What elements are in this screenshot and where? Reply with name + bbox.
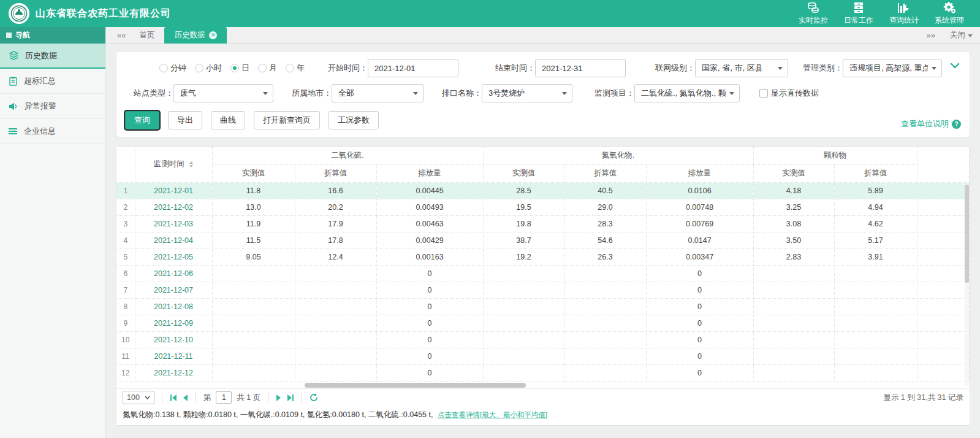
- table-row[interactable]: 42021-12-0411.517.80.0042938.754.60.0147…: [116, 232, 970, 248]
- last-page-button[interactable]: [286, 394, 294, 401]
- help-question-icon: ?: [952, 120, 961, 129]
- table-row[interactable]: 32021-12-0311.917.90.0046319.828.30.0076…: [116, 215, 970, 232]
- detail-link[interactable]: 点击查看详情[最大、最小和平均值]: [438, 411, 547, 418]
- start-time-input[interactable]: [368, 59, 458, 77]
- subcol-header: 折算值: [564, 164, 646, 182]
- vertical-scrollbar-thumb[interactable]: [965, 185, 969, 283]
- cell-date[interactable]: 2021-12-05: [135, 248, 212, 265]
- cell-date[interactable]: 2021-12-07: [135, 282, 212, 298]
- page-number-input[interactable]: [216, 391, 232, 404]
- menu-system-admin[interactable]: 系统管理: [933, 1, 965, 26]
- cell-value: 3.50: [753, 232, 834, 248]
- radio-month[interactable]: 月: [258, 63, 277, 74]
- export-button[interactable]: 导出: [168, 111, 202, 129]
- cell-date[interactable]: 2021-12-06: [135, 265, 212, 282]
- cell-date[interactable]: 2021-12-03: [135, 215, 212, 232]
- table-row[interactable]: 102021-12-1000: [116, 331, 970, 348]
- query-button[interactable]: 查询: [125, 111, 159, 129]
- horizontal-scrollbar-thumb[interactable]: [305, 383, 526, 388]
- cell-date[interactable]: 2021-12-10: [135, 331, 212, 348]
- cell-value: 0: [646, 298, 753, 315]
- end-time-input[interactable]: [535, 59, 626, 77]
- city-select[interactable]: 全部: [332, 84, 424, 102]
- cell-date[interactable]: 2021-12-04: [135, 232, 212, 248]
- curve-button[interactable]: 曲线: [211, 111, 245, 129]
- tabs-scroll-right-icon[interactable]: »»: [923, 31, 939, 40]
- tab-home[interactable]: 首页: [129, 27, 164, 44]
- page-title: 山东省联合农药工业有限公司: [36, 7, 171, 20]
- table-row[interactable]: 112021-12-1100: [116, 348, 970, 364]
- sidebar-item-company-info[interactable]: 企业信息: [0, 119, 105, 144]
- prev-page-button[interactable]: [183, 394, 188, 401]
- cell-empty: [917, 282, 969, 298]
- menu-query-stats[interactable]: 查询统计: [888, 1, 920, 26]
- collapse-filters-chevron-icon[interactable]: [950, 61, 960, 71]
- mgmt-type-select[interactable]: 违规项目, 高架源, 重点排污: [843, 59, 942, 77]
- table-row[interactable]: 72021-12-0700: [116, 282, 970, 298]
- col-time-header[interactable]: 监测时间: [135, 147, 212, 182]
- open-new-query-button[interactable]: 打开新查询页: [254, 111, 320, 129]
- radio-icon: [286, 64, 294, 72]
- sidebar-item-label: 异常报警: [25, 101, 56, 112]
- sidebar-item-exceed-summary[interactable]: 超标汇总: [0, 69, 105, 94]
- cell-date[interactable]: 2021-12-08: [135, 298, 212, 315]
- sidebar-item-history-data[interactable]: 历史数据: [0, 44, 105, 69]
- select-caret-icon: [413, 92, 418, 95]
- tab-bar: «« 首页 历史数据 ✕ »» 关闭: [106, 27, 980, 44]
- radio-day[interactable]: 日: [230, 63, 249, 74]
- cell-date[interactable]: 2021-12-12: [135, 364, 212, 381]
- radio-hour[interactable]: 小时: [195, 63, 222, 74]
- cell-value: [212, 265, 295, 282]
- app-header: 山东省联合农药工业有限公司 实时监控 日常工作: [0, 0, 980, 27]
- tab-close-icon[interactable]: ✕: [209, 31, 217, 39]
- content-area: 分钟 小时 日 月 年 开始时间： 结束时间： 联网级别： 国家, 省, 市, …: [106, 44, 980, 438]
- page-size-select[interactable]: 100: [123, 391, 154, 404]
- cell-value: 0.00493: [376, 199, 483, 215]
- cell-value: 0: [376, 331, 483, 348]
- sidebar-item-label: 企业信息: [24, 126, 56, 137]
- tabs-scroll-left-icon[interactable]: ««: [113, 31, 129, 40]
- radio-year[interactable]: 年: [286, 63, 305, 74]
- table-row[interactable]: 92021-12-0900: [116, 315, 970, 331]
- next-page-button[interactable]: [276, 394, 281, 401]
- menu-daily-work[interactable]: 日常工作: [843, 1, 875, 26]
- cell-date[interactable]: 2021-12-09: [135, 315, 212, 331]
- cell-value: [564, 364, 646, 381]
- menu-label: 系统管理: [935, 15, 964, 26]
- tabs-close-menu[interactable]: 关闭: [950, 30, 973, 40]
- row-index: 12: [116, 364, 135, 381]
- filter-row-1: 分钟 小时 日 月 年 开始时间： 结束时间： 联网级别： 国家, 省, 市, …: [125, 59, 961, 77]
- cell-date[interactable]: 2021-12-11: [135, 348, 212, 364]
- network-level-select[interactable]: 国家, 省, 市, 区县: [695, 59, 788, 77]
- condition-params-button[interactable]: 工况参数: [329, 111, 379, 129]
- first-page-button[interactable]: [170, 394, 178, 401]
- cell-value: 38.7: [483, 232, 564, 248]
- cell-date[interactable]: 2021-12-02: [135, 199, 212, 215]
- station-type-select[interactable]: 废气: [173, 84, 273, 102]
- table-row[interactable]: 52021-12-059.0512.40.0016319.226.30.0034…: [116, 248, 970, 265]
- monitor-items-select[interactable]: 二氧化硫., 氮氧化物., 颗粒物: [634, 84, 740, 102]
- table-row[interactable]: 22021-12-0213.020.20.0049319.529.00.0074…: [116, 199, 970, 215]
- menu-realtime-monitor[interactable]: 实时监控: [797, 1, 829, 26]
- cell-value: 0.00347: [646, 248, 753, 265]
- sort-icon[interactable]: [189, 161, 193, 167]
- table-row[interactable]: 82021-12-0800: [116, 298, 970, 315]
- radio-minute[interactable]: 分钟: [159, 63, 186, 74]
- direct-data-checkbox[interactable]: [759, 89, 768, 98]
- refresh-icon[interactable]: [310, 393, 318, 402]
- cell-date[interactable]: 2021-12-01: [135, 182, 212, 199]
- cell-value: [212, 348, 295, 364]
- unit-help-link[interactable]: 查看单位说明 ?: [901, 118, 961, 129]
- table-row[interactable]: 122021-12-1200: [116, 364, 970, 381]
- company-logo-icon: [9, 3, 29, 24]
- subcol-header: 排放量: [646, 164, 753, 182]
- tab-history-data[interactable]: 历史数据 ✕: [164, 27, 227, 44]
- row-index: 9: [116, 315, 135, 331]
- table-row[interactable]: 62021-12-0600: [116, 265, 970, 282]
- outlet-select[interactable]: 3号焚烧炉: [482, 84, 572, 102]
- table-row[interactable]: 12021-12-0111.816.60.0044528.540.50.0106…: [116, 182, 970, 199]
- sidebar-item-abnormal-alarm[interactable]: 异常报警: [0, 94, 105, 119]
- radio-icon: [258, 64, 267, 72]
- cell-value: [834, 331, 917, 348]
- cell-value: 0: [646, 364, 753, 381]
